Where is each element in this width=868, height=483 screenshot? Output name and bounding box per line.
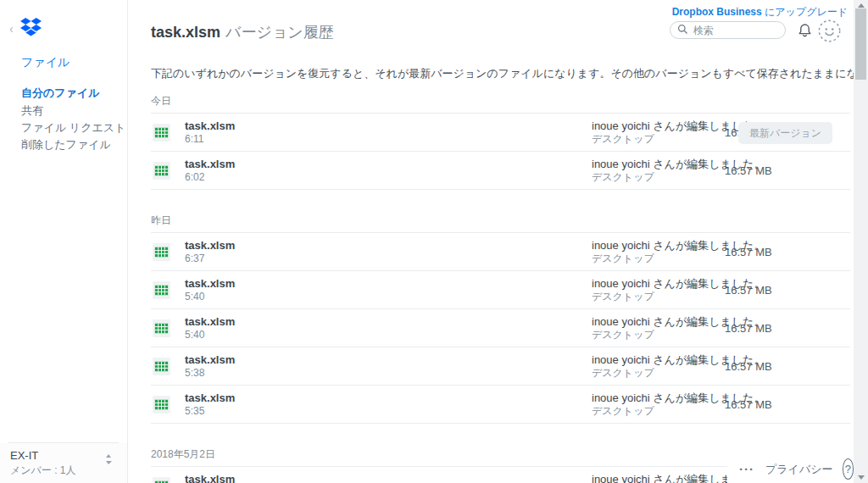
search-box[interactable] <box>670 21 786 39</box>
page-title: task.xlsmバージョン履歴 <box>151 23 334 42</box>
file-name-column: task.xlsm 6:37 <box>185 239 235 265</box>
sidebar-item-my-files[interactable]: 自分のファイル <box>21 86 100 99</box>
account-avatar[interactable] <box>818 19 841 46</box>
file-name: task.xlsm <box>185 391 235 405</box>
page-title-suffix: バージョン履歴 <box>225 24 334 41</box>
sidebar-collapse-icon[interactable]: ‹ <box>9 23 14 35</box>
team-selector[interactable]: EX-IT メンバー : 1人 <box>0 443 127 483</box>
spreadsheet-file-icon <box>153 477 170 483</box>
sidebar-files-link[interactable]: ファイル <box>21 55 70 69</box>
version-section: 昨日 task.xlsm 6:37 inoue yoichi さんが編集しました… <box>151 214 850 424</box>
sidebar: ‹ ファイル 自分のファイル 共有 ファイル リクエスト 削除したファイル EX… <box>0 0 128 483</box>
privacy-link[interactable]: プライバシー <box>765 462 833 477</box>
file-time: 5:35 <box>185 405 235 418</box>
file-name: task.xlsm <box>185 119 235 133</box>
section-rows: task.xlsm 6:11 inoue yoichi さんが編集しました。 デ… <box>151 113 850 190</box>
notifications-bell-icon[interactable] <box>797 22 813 42</box>
file-name: task.xlsm <box>185 277 235 291</box>
file-time: 5:40 <box>185 291 235 303</box>
file-name-column: task.xlsm 5:40 <box>185 315 235 341</box>
file-name-column: task.xlsm <box>185 473 235 483</box>
sidebar-item-deleted-files[interactable]: 削除したファイル <box>21 138 111 151</box>
file-name-column: task.xlsm 6:02 <box>185 158 235 184</box>
file-time: 6:11 <box>185 133 235 146</box>
scrollbar-thumb[interactable] <box>855 8 866 80</box>
page-scrollbar[interactable] <box>854 0 868 483</box>
floating-footer: ··· プライバシー ? <box>727 455 854 483</box>
file-size: 16.57 MB <box>725 309 772 347</box>
file-name: task.xlsm <box>185 239 235 253</box>
file-size: 16.57 MB <box>725 271 772 309</box>
section-label: 昨日 <box>151 214 850 227</box>
spreadsheet-file-icon <box>153 162 170 183</box>
search-icon <box>677 23 688 38</box>
file-name: task.xlsm <box>185 353 235 367</box>
sidebar-item-shared[interactable]: 共有 <box>21 104 43 117</box>
help-button[interactable]: ? <box>843 458 854 480</box>
version-row[interactable]: task.xlsm 6:37 inoue yoichi さんが編集しました。 デ… <box>151 232 850 270</box>
version-row[interactable]: task.xlsm 6:11 inoue yoichi さんが編集しました。 デ… <box>151 113 850 151</box>
version-history-description: 下記のいずれかのバージョンを復元すると、それが最新バージョンのファイルになります… <box>151 67 854 80</box>
version-row[interactable]: task.xlsm 5:38 inoue yoichi さんが編集しました。 デ… <box>151 347 850 385</box>
file-name: task.xlsm <box>185 473 235 483</box>
file-name: task.xlsm <box>185 315 235 329</box>
version-section: 今日 task.xlsm 6:11 inoue yoichi さんが編集しました… <box>151 90 850 190</box>
sidebar-item-file-requests[interactable]: ファイル リクエスト <box>21 121 125 134</box>
file-name-column: task.xlsm 6:11 <box>185 119 235 146</box>
main-content: Dropbox Business にアップグレード task.xlsmバージョン… <box>128 0 854 483</box>
file-size: 16.57 MB <box>725 233 772 271</box>
file-time: 5:40 <box>185 329 235 341</box>
file-size: 16.57 MB <box>725 152 772 190</box>
version-sections: 今日 task.xlsm 6:11 inoue yoichi さんが編集しました… <box>151 90 850 483</box>
page-title-filename: task.xlsm <box>151 24 220 41</box>
spreadsheet-file-icon <box>153 281 170 303</box>
file-name-column: task.xlsm 5:38 <box>185 353 235 380</box>
section-label: 今日 <box>151 95 850 108</box>
section-rows: task.xlsm 6:37 inoue yoichi さんが編集しました。 デ… <box>151 232 850 424</box>
upgrade-brand: Dropbox Business <box>672 6 762 18</box>
spreadsheet-file-icon <box>153 396 170 417</box>
version-row[interactable]: task.xlsm 5:35 inoue yoichi さんが編集しました。 デ… <box>151 385 850 423</box>
upgrade-rest: にアップグレード <box>762 6 848 18</box>
spreadsheet-file-icon <box>153 124 170 145</box>
spreadsheet-file-icon <box>153 319 170 341</box>
team-members-count: メンバー : 1人 <box>10 464 76 476</box>
file-time: 6:37 <box>185 253 235 265</box>
scrollbar-down-arrow-icon[interactable] <box>854 473 868 483</box>
spreadsheet-file-icon <box>153 358 170 379</box>
more-options-button[interactable]: ··· <box>739 465 754 474</box>
file-size: 16.57 MB <box>725 386 772 424</box>
team-name: EX-IT <box>10 449 38 462</box>
file-name-column: task.xlsm 5:35 <box>185 391 235 418</box>
file-name: task.xlsm <box>185 158 235 171</box>
version-row[interactable]: task.xlsm 5:40 inoue yoichi さんが編集しました。 デ… <box>151 308 850 347</box>
spreadsheet-file-icon <box>153 243 170 264</box>
version-row[interactable]: task.xlsm 5:40 inoue yoichi さんが編集しました。 デ… <box>151 270 850 308</box>
file-name-column: task.xlsm 5:40 <box>185 277 235 303</box>
file-size: 16.57 MB <box>725 347 772 386</box>
version-row[interactable]: task.xlsm 6:02 inoue yoichi さんが編集しました。 デ… <box>151 151 850 189</box>
file-time: 6:02 <box>185 171 235 184</box>
search-input[interactable] <box>693 25 778 36</box>
team-selector-carets-icon <box>105 453 112 469</box>
dropbox-logo-icon[interactable] <box>20 18 42 40</box>
file-time: 5:38 <box>185 367 235 380</box>
upgrade-link[interactable]: Dropbox Business にアップグレード <box>672 6 848 18</box>
latest-version-button[interactable]: 最新バージョン <box>738 122 832 144</box>
